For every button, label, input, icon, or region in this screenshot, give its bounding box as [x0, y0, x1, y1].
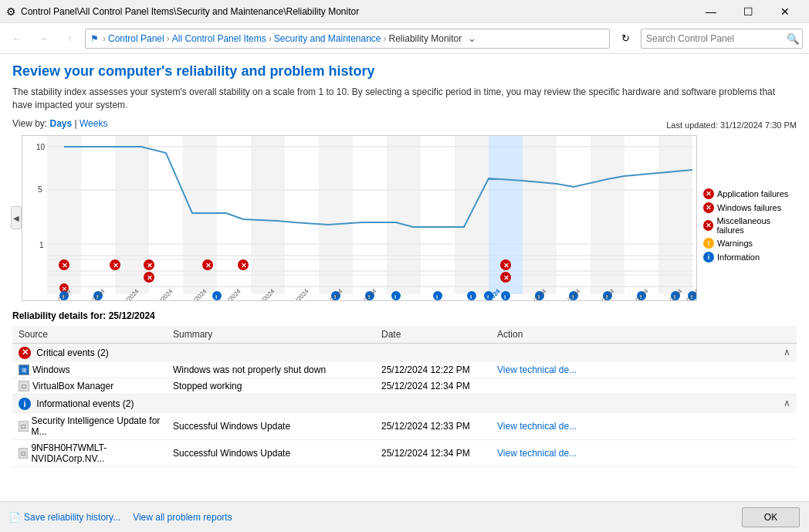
app-failure-icon: ✕	[703, 188, 714, 199]
svg-rect-17	[455, 136, 489, 294]
info-row2-source: □ 9NF8H0H7WMLT-NVIDIACorp.NV...	[12, 439, 167, 466]
chart-legend: ✕ Application failures ✕ Windows failure…	[703, 135, 797, 301]
misc-failure-icon: ✕	[703, 220, 713, 231]
svg-text:14/12/2024: 14/12/2024	[80, 287, 107, 301]
info-row2-date: 25/12/2024 12:34 PM	[375, 439, 491, 466]
info-row1-action[interactable]: View technical de...	[491, 413, 797, 440]
warning-icon: !	[703, 238, 714, 249]
info-section-header[interactable]: i Informational events (2) ∧	[12, 394, 797, 413]
critical-row1-source: ⊞ Windows	[12, 362, 167, 378]
svg-text:i: i	[436, 293, 438, 300]
critical-row2-date: 25/12/2024 12:34 PM	[375, 378, 491, 394]
svg-text:✕: ✕	[147, 262, 153, 269]
view-reports-link[interactable]: View all problem reports	[133, 512, 232, 523]
svg-rect-12	[115, 136, 149, 294]
table-row: □ 9NF8H0H7WMLT-NVIDIACorp.NV... Successf…	[12, 439, 797, 466]
table-row: □ VirtualBox Manager Stopped working 25/…	[12, 378, 797, 394]
col-source: Source	[12, 326, 167, 344]
table-row: □ Security Intelligence Update for M... …	[12, 413, 797, 440]
breadcrumb-flag-icon: ⚑	[90, 33, 99, 44]
up-button[interactable]: ↑	[59, 28, 80, 49]
last-updated: Last updated: 31/12/2024 7:30 PM	[666, 120, 797, 130]
view-weeks-link[interactable]: Weeks	[80, 118, 107, 129]
breadcrumb: ⚑ › Control Panel › All Control Panel It…	[85, 29, 610, 49]
forward-button[interactable]: →	[32, 28, 54, 49]
breadcrumb-dropdown-button[interactable]: ⌄	[464, 29, 479, 49]
window-title: Control Panel\All Control Panel Items\Se…	[21, 6, 359, 17]
address-bar: ← → ↑ ⚑ › Control Panel › All Control Pa…	[0, 23, 809, 54]
critical-row1-summary: Windows was not properly shut down	[167, 362, 375, 378]
chart-prev-button[interactable]: ◀	[11, 206, 22, 229]
svg-rect-16	[387, 136, 421, 294]
svg-text:5: 5	[38, 185, 42, 194]
breadcrumb-control-panel[interactable]: Control Panel	[108, 33, 164, 44]
view-days-link[interactable]: Days	[49, 118, 72, 129]
svg-text:24/12/2024: 24/12/2024	[351, 287, 378, 301]
table-header-row: Source Summary Date Action	[12, 326, 797, 344]
critical-row1-action[interactable]: View technical de...	[491, 362, 797, 378]
svg-rect-18	[523, 136, 557, 294]
col-date: Date	[375, 326, 491, 344]
chart-area[interactable]: ◀ 10 5 1	[12, 135, 697, 301]
svg-text:1: 1	[39, 241, 44, 249]
svg-text:10: 10	[36, 143, 46, 151]
ok-button[interactable]: OK	[742, 507, 800, 527]
search-wrapper: 🔍	[641, 29, 803, 49]
critical-error-icon: ✕	[19, 347, 31, 359]
info-row2-action[interactable]: View technical de...	[491, 439, 797, 466]
info-section-icon: i	[19, 398, 31, 410]
chart-container: ◀ 10 5 1	[12, 135, 797, 301]
search-icon-button[interactable]: 🔍	[787, 32, 800, 44]
legend-windows-failures: ✕ Windows failures	[703, 202, 797, 213]
svg-text:✕: ✕	[147, 274, 153, 282]
svg-rect-11	[47, 136, 81, 294]
info-row1-source: □ Security Intelligence Update for M...	[12, 413, 167, 440]
svg-text:i: i	[504, 293, 506, 300]
maximize-button[interactable]: ☐	[730, 0, 766, 23]
save-reliability-link[interactable]: 📄 Save reliability history...	[9, 512, 120, 523]
svg-text:27/12/2024: 27/12/2024	[555, 287, 582, 301]
svg-rect-19	[591, 136, 625, 294]
info-row1-link[interactable]: View technical de...	[497, 421, 577, 432]
minimize-button[interactable]: —	[693, 0, 729, 23]
nvidia-app-icon: □	[19, 448, 28, 459]
legend-information: i Information	[703, 252, 797, 263]
breadcrumb-all-items[interactable]: All Control Panel Items	[172, 33, 266, 44]
svg-rect-21	[489, 136, 523, 294]
svg-text:29/12/2024: 29/12/2024	[623, 287, 650, 301]
window-controls: — ☐ ✕	[693, 0, 803, 23]
breadcrumb-security[interactable]: Security and Maintenance	[274, 33, 381, 44]
critical-section-header[interactable]: ✕ Critical events (2) ∧	[12, 343, 797, 362]
svg-text:i: i	[215, 293, 217, 300]
refresh-button[interactable]: ↻	[614, 28, 636, 49]
info-row2-link[interactable]: View technical de...	[497, 448, 577, 459]
critical-row2-source: □ VirtualBox Manager	[12, 378, 167, 394]
close-button[interactable]: ✕	[767, 0, 803, 23]
svg-text:✕: ✕	[62, 262, 68, 269]
critical-row2-action	[491, 378, 797, 394]
details-table: Source Summary Date Action ✕ Critical ev…	[12, 326, 797, 467]
col-summary: Summary	[167, 326, 375, 344]
security-app-icon: □	[19, 421, 29, 432]
save-doc-icon: 📄	[9, 512, 21, 523]
info-row1-date: 25/12/2024 12:33 PM	[375, 413, 491, 440]
info-legend-icon: i	[703, 252, 714, 263]
critical-collapse-icon[interactable]: ∧	[784, 347, 790, 357]
back-button[interactable]: ←	[6, 28, 28, 49]
svg-text:✕: ✕	[503, 262, 509, 269]
svg-rect-13	[183, 136, 217, 294]
critical-row1-link[interactable]: View technical de...	[497, 364, 577, 375]
description: The stability index assesses your system…	[12, 86, 797, 112]
search-input[interactable]	[641, 29, 803, 49]
reliability-chart: 10 5 1	[22, 135, 697, 301]
svg-text:i: i	[394, 293, 396, 300]
svg-rect-14	[251, 136, 285, 294]
info-collapse-icon[interactable]: ∧	[784, 398, 790, 408]
info-row1-summary: Successful Windows Update	[167, 413, 375, 440]
svg-text:✕: ✕	[205, 262, 212, 269]
critical-row2-summary: Stopped working	[167, 378, 375, 394]
table-row: ⊞ Windows Windows was not properly shut …	[12, 362, 797, 378]
title-bar: ⚙ Control Panel\All Control Panel Items\…	[0, 0, 809, 23]
windows-failure-icon: ✕	[703, 202, 714, 213]
page-title: Review your computer's reliability and p…	[12, 63, 797, 80]
